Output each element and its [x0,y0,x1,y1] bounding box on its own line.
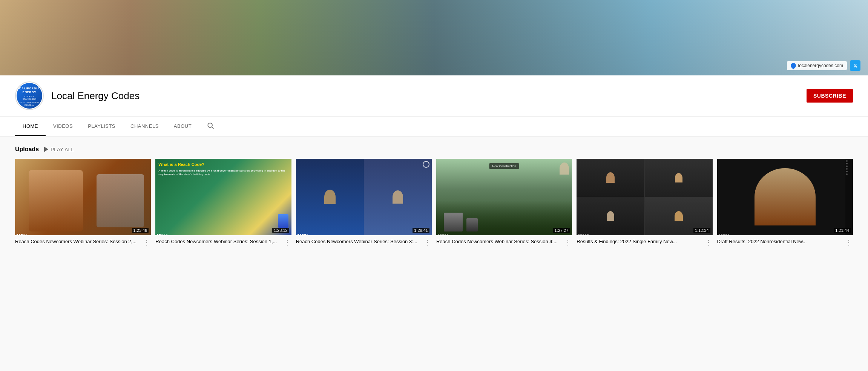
main-content: Uploads PLAY ALL 1:23:48 [0,137,868,256]
more-options-3[interactable]: ⋮ [423,238,432,247]
thumbnail-4: New Construction 1:27:27 [436,159,572,235]
video-meta-2: Reach Codes Newcomers Webinar Series: Se… [155,238,291,247]
thumbnail-5: 1:12:34 [577,159,712,235]
channel-banner: localenergycodes.com 𝕏 [0,0,868,75]
twitter-icon: 𝕏 [853,63,857,69]
more-options-5[interactable]: ⋮ [704,238,713,247]
video-title-3: Reach Codes Newcomers Webinar Series: Se… [296,238,421,245]
more-options-6[interactable]: ⋮ [845,238,853,247]
video-info-3: Reach Codes Newcomers Webinar Series: Se… [296,238,421,245]
video-card-1[interactable]: 1:23:48 Reach Codes Newcomers Webinar Se… [15,159,151,247]
video-info-2: Reach Codes Newcomers Webinar Series: Se… [155,238,281,245]
uploads-title: Uploads [15,146,39,153]
video-info-1: Reach Codes Newcomers Webinar Series: Se… [15,238,140,245]
tab-about[interactable]: ABOUT [166,117,199,136]
water-drop-icon [790,62,797,69]
video-card-6[interactable]: 1:21:44 Draft Results: 2022 Nonresidenti… [717,159,853,247]
duration-6: 1:21:44 [834,228,851,233]
thumb-bg-3 [296,159,432,235]
video-card-4[interactable]: New Construction 1:27:27 Reach Codes New… [436,159,572,247]
svg-line-1 [212,127,214,129]
duration-1: 1:23:48 [132,228,149,233]
channel-nav: HOME VIDEOS PLAYLISTS CHANNELS ABOUT [0,117,868,137]
thumb-text-body: A reach code is an ordinance adopted by … [158,169,288,176]
thumb-bg-1 [15,159,151,235]
more-options-4[interactable]: ⋮ [564,238,572,247]
play-icon [44,147,48,152]
channel-avatar: CALIFORNIA ENERGY CODES & STANDARDS A ST… [15,81,44,110]
duration-5: 1:12:34 [693,228,710,233]
duration-2: 1:28:12 [272,228,289,233]
more-options-2[interactable]: ⋮ [283,238,291,247]
tab-playlists[interactable]: PLAYLISTS [80,117,123,136]
thumb-label-4: New Construction [489,163,519,169]
video-meta-5: Results & Findings: 2022 Single Family N… [577,238,712,247]
video-meta-3: Reach Codes Newcomers Webinar Series: Se… [296,238,432,247]
play-all-label: PLAY ALL [51,147,74,152]
channel-info-bar: CALIFORNIA ENERGY CODES & STANDARDS A ST… [0,75,868,117]
avatar-line2: ENERGY [23,90,37,94]
subscribe-button[interactable]: SUBSCRIBE [807,89,853,103]
thumbnail-3: 1:28:41 [296,159,432,235]
video-info-4: Reach Codes Newcomers Webinar Series: Se… [436,238,561,245]
video-card-5[interactable]: 1:12:34 Results & Findings: 2022 Single … [577,159,712,247]
avatar-logo: CALIFORNIA ENERGY CODES & STANDARDS A ST… [17,83,42,109]
channel-identity: CALIFORNIA ENERGY CODES & STANDARDS A ST… [15,81,140,110]
video-info-6: Draft Results: 2022 Nonresidential New..… [717,238,842,245]
video-title-2: Reach Codes Newcomers Webinar Series: Se… [155,238,281,245]
avatar-line3: CODES & STANDARDS [19,95,40,101]
thumb-bg-2: What is a Reach Code? A reach code is an… [155,159,291,235]
video-title-4: Reach Codes Newcomers Webinar Series: Se… [436,238,561,245]
tab-channels[interactable]: CHANNELS [123,117,166,136]
videos-row: 1:23:48 Reach Codes Newcomers Webinar Se… [15,159,853,247]
avatar-line1: CALIFORNIA [19,87,40,90]
video-card-3[interactable]: 1:28:41 Reach Codes Newcomers Webinar Se… [296,159,432,247]
tab-videos[interactable]: VIDEOS [46,117,80,136]
thumbnail-1: 1:23:48 [15,159,151,235]
website-label: localenergycodes.com [798,63,843,68]
video-meta-6: Draft Results: 2022 Nonresidential New..… [717,238,853,247]
video-meta-4: Reach Codes Newcomers Webinar Series: Se… [436,238,572,247]
thumb-bg-6 [717,159,853,235]
video-card-2[interactable]: What is a Reach Code? A reach code is an… [155,159,291,247]
thumb-text-heading: What is a Reach Code? [158,162,288,167]
thumb-bg-5 [577,159,712,235]
uploads-header: Uploads PLAY ALL [15,146,853,153]
tab-home[interactable]: HOME [15,117,46,136]
website-link[interactable]: localenergycodes.com [787,61,847,70]
thumb-bg-4: New Construction [436,159,572,235]
video-info-5: Results & Findings: 2022 Single Family N… [577,238,702,245]
thumbnail-2: What is a Reach Code? A reach code is an… [155,159,291,235]
play-all-button[interactable]: PLAY ALL [44,147,74,152]
video-title-6: Draft Results: 2022 Nonresidential New..… [717,238,842,245]
channel-name: Local Energy Codes [51,90,140,102]
thumbnail-6: 1:21:44 [717,159,853,235]
video-meta-1: Reach Codes Newcomers Webinar Series: Se… [15,238,151,247]
video-title-1: Reach Codes Newcomers Webinar Series: Se… [15,238,140,245]
svg-point-0 [208,123,212,127]
avatar-line4: A STATEWIDE UTILITY PROGRAM [19,101,40,106]
more-options-1[interactable]: ⋮ [143,238,151,247]
video-title-5: Results & Findings: 2022 Single Family N… [577,238,702,245]
search-icon[interactable] [203,117,218,136]
twitter-button[interactable]: 𝕏 [850,60,860,71]
duration-4: 1:27:27 [553,228,570,233]
duration-3: 1:28:41 [413,228,429,233]
